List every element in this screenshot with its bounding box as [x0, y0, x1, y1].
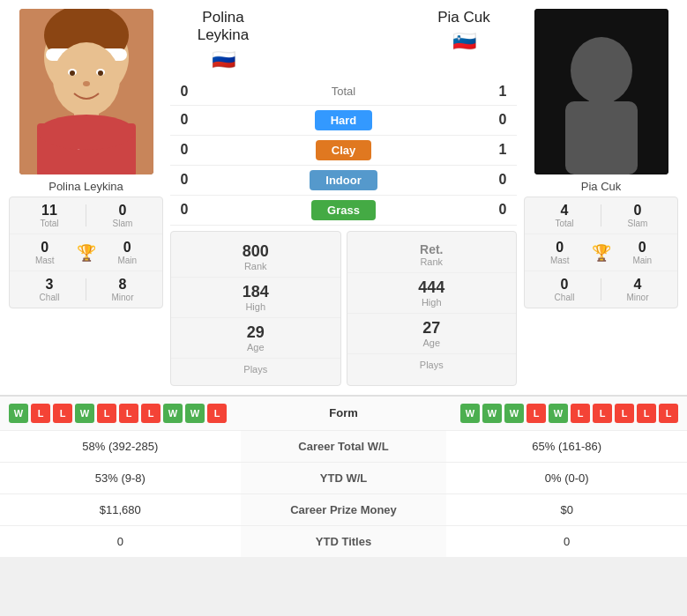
center-info-area: 800 Rank 184 High 29 Age	[170, 231, 517, 386]
indoor-surface: Indoor	[197, 170, 490, 190]
form-badge-l: L	[119, 404, 138, 423]
right-chall-value: 0	[561, 277, 569, 293]
right-player-column: Pia Cuk 4 Total 0 Slam 0	[524, 9, 678, 386]
left-minor-value: 8	[119, 277, 127, 293]
right-rank-value: Ret.	[420, 242, 443, 256]
left-player-name: Polina Leykina	[49, 180, 123, 193]
form-badge-w: W	[549, 404, 568, 423]
stat-right-0: 65% (161-86)	[446, 430, 687, 462]
stat-left-3: 0	[0, 525, 241, 557]
left-high-label: High	[245, 301, 265, 312]
left-main-cell: 0 Main	[96, 240, 160, 265]
right-player-photo	[534, 9, 668, 174]
grass-row: 0 Grass 0	[170, 196, 517, 226]
right-high-value: 444	[418, 278, 444, 297]
stat-label-2: Career Prize Money	[241, 494, 447, 525]
right-mast-value: 0	[556, 240, 564, 256]
indoor-score-left: 0	[172, 172, 197, 188]
left-form-badges: WLLWLLLWWL	[9, 404, 305, 423]
left-rank-value: 800	[243, 242, 269, 261]
right-high-label: High	[422, 297, 442, 308]
left-rank-label: Rank	[244, 261, 267, 271]
total-label: Total	[197, 85, 490, 98]
indoor-row: 0 Indoor 0	[170, 166, 517, 196]
form-badge-l: L	[571, 404, 590, 423]
right-plays-label: Plays	[420, 360, 444, 370]
right-total-value: 4	[561, 203, 569, 219]
left-rank-panel: 800 Rank 184 High 29 Age	[170, 231, 341, 386]
form-badge-w: W	[9, 404, 28, 423]
clay-pill: Clay	[316, 140, 371, 160]
right-rank-label: Rank	[420, 256, 443, 267]
stats-row-1: 53% (9-8) YTD W/L 0% (0-0)	[0, 462, 687, 494]
right-slam-cell: 0 Slam	[601, 203, 674, 228]
form-badge-l: L	[659, 404, 678, 423]
right-main-label: Main	[632, 256, 652, 265]
left-high-cell: 184 High	[243, 283, 269, 312]
right-rank-cell: Ret. Rank	[420, 242, 443, 267]
center-column: Polina Leykina 🇷🇺 Pia Cuk 🇸🇮 0 Total	[170, 9, 517, 386]
stats-row-2: $11,680 Career Prize Money $0	[0, 494, 687, 525]
right-chall-label: Chall	[555, 293, 575, 302]
form-badge-w: W	[163, 404, 183, 423]
right-trophy-icon: 🏆	[592, 243, 611, 263]
form-badge-l: L	[593, 404, 612, 423]
right-age-cell: 27 Age	[422, 319, 440, 348]
indoor-pill: Indoor	[310, 170, 377, 190]
right-flag: 🇸🇮	[452, 30, 476, 53]
svg-point-15	[571, 37, 632, 104]
total-score-right: 1	[490, 84, 515, 100]
left-mast-label: Mast	[35, 256, 55, 265]
svg-point-13	[38, 115, 135, 150]
left-slam-value: 0	[119, 203, 127, 219]
svg-point-9	[83, 81, 90, 86]
right-high-cell: 444 High	[418, 278, 444, 308]
svg-rect-17	[589, 97, 614, 110]
stat-left-0: 58% (392-285)	[0, 430, 241, 462]
svg-rect-16	[565, 101, 638, 174]
left-chall-value: 3	[46, 277, 54, 293]
hard-score-left: 0	[172, 112, 197, 128]
stat-label-3: YTD Titles	[241, 525, 447, 557]
grass-pill: Grass	[311, 200, 376, 220]
right-rank-panel: Ret. Rank 444 High 27 Age	[347, 231, 518, 386]
clay-score-left: 0	[172, 142, 197, 158]
grass-score-left: 0	[172, 202, 197, 218]
left-minor-label: Minor	[111, 293, 133, 302]
left-total-cell: 11 Total	[13, 203, 86, 228]
center-right-name: Pia Cuk	[437, 9, 490, 26]
right-mast-cell: 0 Mast	[528, 240, 592, 265]
form-badge-l: L	[141, 404, 161, 423]
hard-pill: Hard	[315, 110, 373, 130]
left-age-cell: 29 Age	[247, 323, 265, 353]
form-badge-l: L	[31, 404, 50, 423]
hard-surface: Hard	[197, 110, 490, 130]
right-slam-value: 0	[634, 203, 642, 219]
stat-right-2: $0	[446, 494, 687, 525]
stat-label-1: YTD W/L	[241, 462, 447, 494]
stats-row-0: 58% (392-285) Career Total W/L 65% (161-…	[0, 430, 687, 462]
right-slam-label: Slam	[628, 219, 648, 228]
left-main-label: Main	[117, 256, 137, 265]
stat-label-0: Career Total W/L	[241, 430, 447, 462]
form-badge-w: W	[460, 404, 480, 423]
left-plays-cell: Plays	[243, 364, 267, 375]
hard-score-right: 0	[490, 112, 515, 128]
right-minor-label: Minor	[626, 293, 648, 302]
left-high-value: 184	[243, 283, 269, 301]
right-total-label: Total	[555, 219, 573, 228]
right-main-cell: 0 Main	[611, 240, 675, 265]
right-minor-value: 4	[634, 277, 642, 293]
right-minor-cell: 4 Minor	[601, 277, 674, 302]
center-right-player-info: Pia Cuk 🇸🇮	[411, 9, 517, 71]
left-slam-label: Slam	[113, 219, 133, 228]
form-badge-l: L	[53, 404, 72, 423]
center-left-name: Polina Leykina	[198, 9, 250, 45]
total-row: 0 Total 1	[170, 78, 517, 106]
form-label: Form	[309, 406, 379, 419]
form-badge-w: W	[482, 404, 502, 423]
left-age-label: Age	[247, 342, 265, 353]
left-flag: 🇷🇺	[212, 48, 235, 71]
right-plays-cell: Plays	[420, 360, 444, 370]
stats-row-3: 0 YTD Titles 0	[0, 525, 687, 557]
